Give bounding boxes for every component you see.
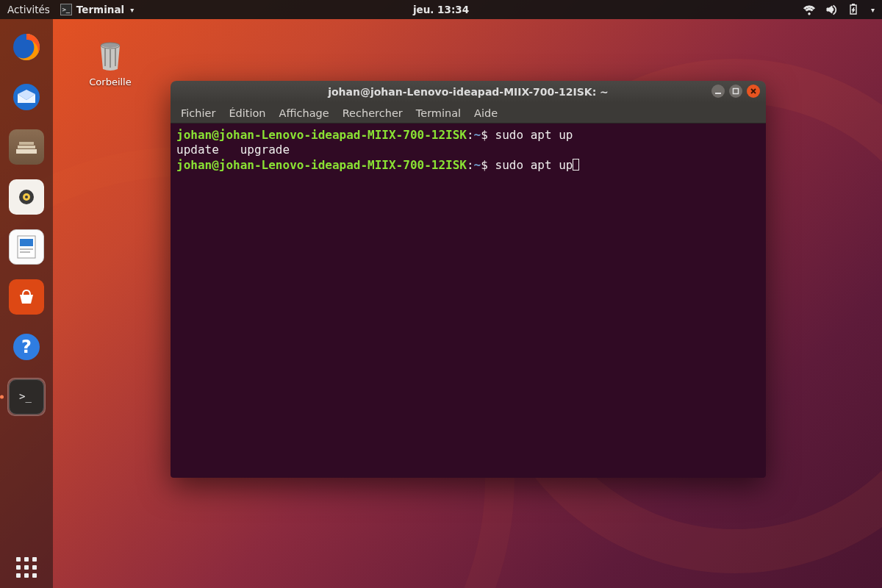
prompt-sep: :	[467, 158, 474, 172]
terminal-line-3: sudo apt up	[488, 158, 573, 172]
dock-firefox[interactable]	[7, 28, 46, 66]
dock-libreoffice-writer[interactable]	[7, 228, 46, 266]
menu-search[interactable]: Rechercher	[343, 107, 403, 119]
svg-rect-4	[16, 149, 37, 154]
window-maximize-button[interactable]	[729, 85, 742, 98]
desktop-trash-label: Corbeille	[89, 76, 131, 87]
prompt-dollar: $	[481, 128, 488, 142]
chevron-down-icon: ▾	[871, 6, 875, 14]
ubuntu-software-icon	[9, 279, 44, 315]
clock[interactable]: jeu. 13:34	[413, 4, 469, 15]
dock-ubuntu-software[interactable]	[7, 278, 46, 316]
prompt-user: johan@johan-Lenovo-ideapad-MIIX-700-12IS…	[176, 128, 467, 142]
svg-rect-18	[715, 93, 721, 94]
minimize-icon	[714, 87, 722, 95]
terminal-icon: >_	[9, 379, 44, 415]
show-applications-button[interactable]	[0, 557, 53, 578]
svg-point-7	[25, 196, 28, 198]
thunderbird-icon	[10, 81, 43, 113]
prompt-dollar: $	[481, 158, 488, 172]
trash-icon	[93, 38, 128, 74]
prompt-sep: :	[467, 128, 474, 142]
top-bar: Activités >_ Terminal ▾ jeu. 13:34 ▾	[0, 0, 882, 19]
menu-file[interactable]: Fichier	[181, 107, 215, 119]
app-menu-label: Terminal	[76, 4, 124, 15]
svg-text:>_: >_	[19, 390, 32, 403]
dock-help[interactable]: ?	[7, 328, 46, 366]
files-icon	[9, 129, 44, 165]
system-status-area[interactable]: ▾	[803, 4, 875, 15]
chevron-down-icon: ▾	[130, 6, 134, 14]
maximize-icon	[732, 87, 739, 95]
app-menu[interactable]: >_ Terminal ▾	[60, 4, 134, 15]
svg-rect-9	[20, 239, 33, 246]
menu-help[interactable]: Aide	[474, 107, 498, 119]
svg-rect-11	[20, 251, 30, 253]
terminal-small-icon: >_	[60, 4, 72, 15]
terminal-body[interactable]: johan@johan-Lenovo-ideapad-MIIX-700-12IS…	[171, 123, 766, 478]
svg-rect-10	[20, 248, 33, 250]
firefox-icon	[10, 31, 43, 63]
window-titlebar[interactable]: johan@johan-Lenovo-ideapad-MIIX-700-12IS…	[171, 81, 766, 103]
close-icon	[750, 87, 757, 95]
menu-view[interactable]: Affichage	[279, 107, 329, 119]
terminal-line-2: update upgrade	[176, 143, 290, 157]
apps-grid-icon	[16, 557, 37, 578]
volume-icon	[825, 4, 837, 15]
menu-edit[interactable]: Édition	[229, 107, 265, 119]
window-title: johan@johan-Lenovo-ideapad-MIIX-700-12IS…	[328, 86, 609, 98]
terminal-menubar: Fichier Édition Affichage Rechercher Ter…	[171, 103, 766, 123]
rhythmbox-icon	[9, 179, 44, 215]
terminal-line-1: sudo apt up	[488, 128, 573, 142]
dock-terminal[interactable]: >_	[7, 378, 46, 416]
dock-thunderbird[interactable]	[7, 78, 46, 116]
desktop-trash[interactable]: Corbeille	[81, 38, 140, 87]
prompt-path: ~	[474, 128, 481, 142]
activities-button[interactable]: Activités	[7, 4, 50, 15]
window-minimize-button[interactable]	[711, 85, 725, 98]
menu-terminal[interactable]: Terminal	[416, 107, 461, 119]
battery-icon	[847, 4, 859, 15]
prompt-user: johan@johan-Lenovo-ideapad-MIIX-700-12IS…	[176, 158, 467, 172]
prompt-path: ~	[474, 158, 481, 172]
svg-text:?: ?	[21, 337, 32, 357]
libreoffice-writer-icon	[9, 229, 44, 265]
help-icon: ?	[10, 331, 43, 363]
dock-rhythmbox[interactable]	[7, 178, 46, 216]
dock: ? >_	[0, 19, 53, 588]
window-close-button[interactable]	[747, 85, 760, 98]
terminal-window: johan@johan-Lenovo-ideapad-MIIX-700-12IS…	[171, 81, 766, 478]
svg-rect-3	[18, 146, 35, 148]
svg-rect-2	[19, 142, 34, 145]
wifi-icon	[803, 4, 815, 15]
terminal-cursor	[573, 159, 579, 171]
svg-rect-19	[734, 89, 739, 94]
dock-files[interactable]	[7, 128, 46, 166]
